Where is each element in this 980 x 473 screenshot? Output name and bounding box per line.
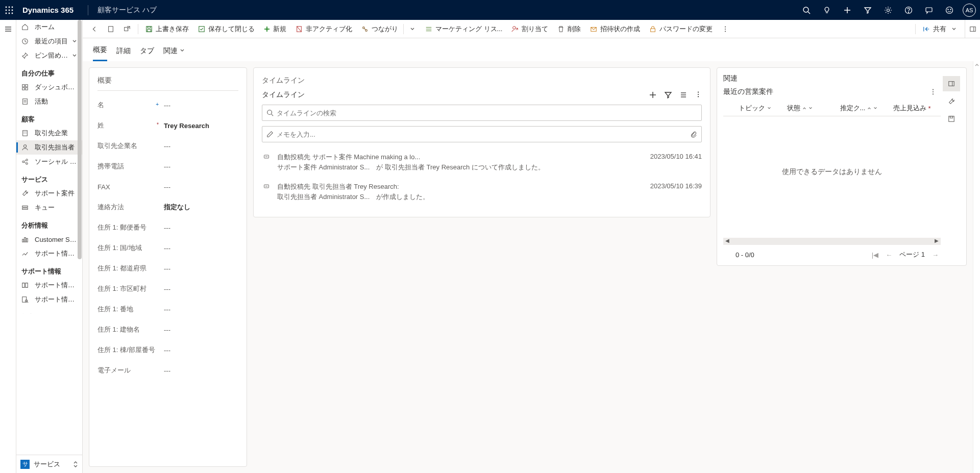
nav-recent[interactable]: 最近の項目 — [16, 34, 82, 48]
tab-details[interactable]: 詳細 — [116, 43, 131, 61]
form-field[interactable]: 住所 1: 国/地域--- — [97, 238, 238, 258]
connect-chevron[interactable] — [405, 21, 420, 37]
field-value[interactable]: --- — [164, 183, 238, 191]
field-value[interactable]: --- — [164, 367, 238, 375]
save-pane-icon[interactable] — [944, 112, 959, 126]
form-field[interactable]: 電子メール--- — [97, 360, 238, 381]
form-field[interactable]: 住所 1: 棟/部屋番号--- — [97, 340, 238, 360]
form-field[interactable]: 取引先企業名--- — [97, 136, 238, 156]
new-button[interactable]: 新規 — [260, 21, 290, 37]
nav-home[interactable]: ホーム — [16, 20, 82, 34]
wrench-icon[interactable] — [944, 94, 959, 109]
filter-icon[interactable] — [859, 0, 877, 20]
timeline-more-icon[interactable] — [695, 91, 702, 99]
chat-icon[interactable] — [920, 0, 938, 20]
col-state[interactable]: 状態 — [787, 104, 840, 113]
form-field[interactable]: 住所 1: 番地--- — [97, 299, 238, 319]
invite-button[interactable]: 招待状の作成 — [586, 21, 644, 37]
field-value[interactable]: Trey Research — [164, 122, 238, 130]
nav-insight[interactable]: サポート情報分析 — [16, 246, 82, 261]
field-value[interactable]: 指定なし — [164, 203, 238, 212]
app-name[interactable]: 顧客サービス ハブ — [97, 6, 157, 15]
field-value[interactable]: --- — [164, 102, 238, 109]
timeline-item[interactable]: 自動投稿先 取引先担当者 Trey Research:2023/05/10 16… — [262, 179, 702, 209]
form-field[interactable]: 住所 1: 郵便番号--- — [97, 217, 238, 238]
content-scrollbar[interactable] — [973, 61, 980, 473]
nav-case[interactable]: サポート案件 — [16, 186, 82, 201]
nav-social[interactable]: ソーシャル プロ... — [16, 155, 82, 169]
smiley-icon[interactable] — [940, 0, 959, 20]
form-field[interactable]: 住所 1: 建物名--- — [97, 319, 238, 340]
form-field[interactable]: FAX--- — [97, 177, 238, 197]
form-field[interactable]: 連絡方法指定なし — [97, 197, 238, 217]
col-date[interactable]: 推定ク... — [840, 104, 893, 113]
app-launcher-icon[interactable] — [4, 5, 14, 15]
lightbulb-icon[interactable] — [818, 0, 836, 20]
timeline-note[interactable] — [262, 126, 702, 142]
help-icon[interactable] — [899, 0, 918, 20]
form-field[interactable]: 携帯電話--- — [97, 156, 238, 177]
open-record-set-icon[interactable] — [103, 21, 118, 37]
nav-activity[interactable]: 活動 — [16, 94, 82, 109]
field-value[interactable]: --- — [164, 244, 238, 252]
tab-related[interactable]: 関連 — [163, 43, 185, 61]
nav-contact[interactable]: 取引先担当者 — [16, 140, 82, 155]
field-value[interactable]: --- — [164, 163, 238, 170]
form-field[interactable]: 住所 1: 都道府県--- — [97, 258, 238, 279]
nav-pinned[interactable]: ピン留め済み — [16, 48, 82, 63]
grid-hscroll[interactable]: ◀ ▶ — [723, 238, 941, 245]
nav-account[interactable]: 取引先企業 — [16, 126, 82, 140]
nav-kbsearch[interactable]: サポート情報検索 — [16, 292, 82, 307]
save-button[interactable]: 上書き保存 — [141, 21, 193, 37]
field-value[interactable]: --- — [164, 326, 238, 334]
marketing-button[interactable]: マーケティング リス... — [421, 21, 506, 37]
gear-icon[interactable] — [879, 0, 897, 20]
col-topic[interactable]: トピック — [723, 104, 787, 113]
password-button[interactable]: パスワードの変更 — [645, 21, 717, 37]
timeline-add-icon[interactable] — [649, 91, 657, 99]
timeline-filter-icon[interactable] — [664, 91, 672, 99]
tab-tab[interactable]: タブ — [140, 43, 154, 61]
page-next-icon[interactable]: → — [932, 251, 939, 259]
add-icon[interactable] — [838, 0, 856, 20]
deactivate-button[interactable]: 非アクティブ化 — [291, 21, 356, 37]
timeline-item[interactable]: 自動投稿先 サポート案件 Machine making a lo...2023/… — [262, 150, 702, 179]
page-prev-icon[interactable]: ← — [886, 251, 892, 259]
col-revenue[interactable]: 売上見込み* — [893, 104, 941, 113]
field-value[interactable]: --- — [164, 224, 238, 232]
nav-kbarticle[interactable]: サポート情報記事 — [16, 278, 82, 292]
form-field[interactable]: 姓*Trey Research — [97, 115, 238, 136]
search-icon[interactable] — [797, 0, 816, 20]
area-switcher[interactable]: サ サービス — [16, 455, 82, 473]
assign-button[interactable]: 割り当て — [507, 21, 552, 37]
back-button[interactable] — [87, 21, 102, 37]
popout-icon[interactable] — [119, 21, 135, 37]
page-first-icon[interactable]: |◀ — [872, 251, 878, 259]
connect-button[interactable]: つながり — [357, 21, 402, 37]
related-pane-toggle[interactable] — [943, 76, 960, 91]
save-close-button[interactable]: 保存して閉じる — [194, 21, 259, 37]
field-value[interactable]: --- — [164, 285, 238, 293]
field-value[interactable]: --- — [164, 142, 238, 150]
related-more-icon[interactable] — [929, 88, 941, 95]
user-avatar[interactable]: AS — [963, 4, 976, 17]
sitemap-scrollbar[interactable] — [77, 20, 82, 455]
delete-button[interactable]: 削除 — [553, 21, 585, 37]
timeline-search-input[interactable] — [277, 109, 697, 117]
field-value[interactable]: --- — [164, 306, 238, 313]
timeline-note-input[interactable] — [277, 131, 690, 138]
hamburger-icon[interactable] — [0, 21, 16, 37]
share-button[interactable]: 共有 — [919, 21, 961, 37]
attach-icon[interactable] — [690, 131, 697, 138]
timeline-expand-icon[interactable] — [679, 91, 688, 99]
timeline-search[interactable] — [262, 105, 702, 121]
sidepane-toggle[interactable] — [965, 20, 980, 38]
nav-dashboard[interactable]: ダッシュボード — [16, 80, 82, 94]
tab-summary[interactable]: 概要 — [93, 42, 107, 61]
form-field[interactable]: 名+--- — [97, 95, 238, 115]
field-value[interactable]: --- — [164, 346, 238, 354]
overflow-icon[interactable] — [718, 21, 733, 37]
field-value[interactable]: --- — [164, 265, 238, 272]
nav-csh[interactable]: Customer Service ... — [16, 232, 82, 246]
form-field[interactable]: 住所 1: 市区町村--- — [97, 279, 238, 299]
